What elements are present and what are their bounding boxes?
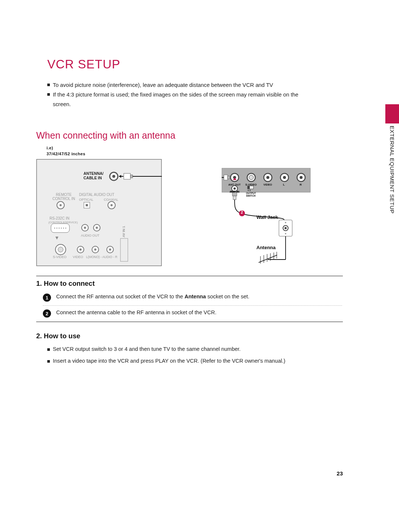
diagram-marker-1: 1 xyxy=(173,174,175,179)
step-1-number: 1 xyxy=(43,294,51,302)
diagram-marker-2: 2 xyxy=(241,210,243,214)
svg-point-38 xyxy=(266,176,269,179)
svg-point-2 xyxy=(112,175,115,178)
ie-note: i.e)37/42/47/52 inches xyxy=(47,145,85,157)
svg-point-14 xyxy=(57,228,58,229)
use-list: Set VCR output switch to 3 or 4 and then… xyxy=(47,344,343,370)
use-bullet-2: Insert a video tape into the VCR and pre… xyxy=(53,358,285,364)
svg-point-30 xyxy=(109,248,111,251)
steps-list: 1 Connect the RF antenna out socket of t… xyxy=(43,290,342,321)
svg-point-40 xyxy=(283,176,286,179)
svg-point-18 xyxy=(65,228,66,229)
svg-point-42 xyxy=(300,176,303,179)
use-bullet-1: Set VCR output switch to 3 or 4 and then… xyxy=(53,346,241,352)
svg-point-16 xyxy=(61,228,62,229)
svg-point-11 xyxy=(110,204,113,206)
svg-point-28 xyxy=(94,248,96,251)
svg-rect-9 xyxy=(86,204,88,206)
svg-rect-12 xyxy=(51,224,69,233)
svg-rect-49 xyxy=(228,176,230,179)
svg-line-60 xyxy=(259,255,277,262)
bullet-icon xyxy=(47,360,50,363)
bullet-icon xyxy=(47,84,50,86)
svg-point-17 xyxy=(63,228,64,229)
svg-point-7 xyxy=(59,204,62,206)
svg-point-15 xyxy=(59,228,60,229)
svg-rect-52 xyxy=(233,196,236,200)
label-wall-jack: Wall Jack xyxy=(256,214,278,220)
bullet-icon xyxy=(47,348,50,351)
svg-point-36 xyxy=(249,175,253,180)
intro-block: To avoid picture noise (interference), l… xyxy=(47,80,317,109)
svg-point-58 xyxy=(285,233,286,234)
svg-point-24 xyxy=(58,247,63,252)
svg-rect-46 xyxy=(248,186,250,189)
svg-rect-3 xyxy=(124,173,130,179)
svg-point-13 xyxy=(54,228,55,229)
page-number: 23 xyxy=(337,470,343,477)
divider xyxy=(36,322,343,322)
divider xyxy=(36,276,343,276)
svg-point-26 xyxy=(79,248,82,251)
bullet-icon xyxy=(47,93,50,96)
label-antenna: Antenna xyxy=(256,245,276,250)
section-label: EXTERNAL EQUIPMENT SETUP xyxy=(389,126,395,214)
svg-rect-48 xyxy=(224,175,228,180)
page-title: VCR SETUP xyxy=(47,57,120,71)
step-2-text: Connect the antenna cable to the RF ante… xyxy=(56,309,216,315)
how-to-connect-heading: 1. How to connect xyxy=(36,279,95,288)
step-2-number: 2 xyxy=(43,309,51,318)
intro-bullet-1: To avoid picture noise (interference), l… xyxy=(53,80,273,90)
subtitle: When connecting with an antenna xyxy=(36,130,175,141)
svg-point-44 xyxy=(233,187,236,190)
intro-bullet-2: If the 4:3 picture format is used; the f… xyxy=(53,90,317,109)
svg-point-56 xyxy=(284,227,287,229)
svg-point-22 xyxy=(96,227,98,229)
svg-point-20 xyxy=(84,227,86,229)
step-1-text: Connect the RF antenna out socket of the… xyxy=(56,294,249,299)
label-antenna-cable-in: ANTENNA/ xyxy=(83,171,103,176)
svg-rect-4 xyxy=(130,175,133,178)
side-tab xyxy=(385,104,399,123)
how-to-use-heading: 2. How to use xyxy=(36,332,80,340)
svg-point-57 xyxy=(285,222,286,223)
